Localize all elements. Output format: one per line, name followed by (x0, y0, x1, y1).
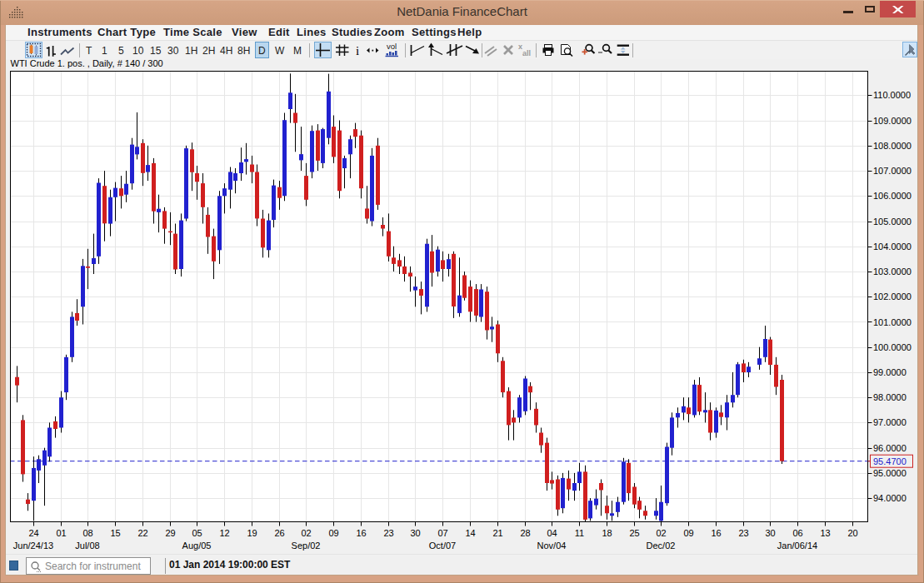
svg-text:12: 12 (219, 528, 229, 538)
svg-text:14: 14 (465, 528, 475, 538)
svg-text:Oct/07: Oct/07 (429, 541, 456, 551)
svg-text:1: 1 (102, 45, 107, 57)
svg-text:i: i (356, 44, 359, 57)
svg-text:1H: 1H (185, 45, 197, 57)
svg-text:94.0000: 94.0000 (873, 493, 907, 503)
svg-text:104.0000: 104.0000 (873, 242, 912, 252)
svg-text:97.0000: 97.0000 (873, 417, 907, 427)
svg-text:100.0000: 100.0000 (873, 342, 912, 352)
svg-text:23: 23 (383, 528, 393, 538)
svg-text:16: 16 (356, 528, 366, 538)
svg-text:Jan/06/14: Jan/06/14 (777, 541, 817, 551)
svg-text:2H: 2H (202, 45, 215, 57)
svg-text:105.0000: 105.0000 (873, 217, 912, 227)
svg-text:09: 09 (683, 528, 693, 538)
svg-text:5: 5 (118, 45, 124, 57)
svg-text:95.4700: 95.4700 (873, 456, 907, 466)
svg-text:8H: 8H (237, 45, 250, 57)
svg-text:96.0000: 96.0000 (873, 443, 907, 453)
svg-text:02: 02 (301, 528, 311, 538)
svg-text:Jun/24/13: Jun/24/13 (13, 541, 53, 551)
svg-text:W: W (275, 45, 285, 57)
svg-text:Nov/04: Nov/04 (537, 541, 567, 551)
svg-text:01: 01 (56, 528, 66, 538)
svg-text:13: 13 (820, 528, 830, 538)
svg-text:11: 11 (575, 528, 584, 538)
svg-text:07: 07 (437, 528, 447, 538)
svg-text:24: 24 (28, 528, 38, 538)
svg-text:16: 16 (711, 528, 721, 538)
svg-text:D: D (258, 45, 266, 57)
svg-text:02: 02 (656, 528, 666, 538)
svg-text:Sep/02: Sep/02 (292, 541, 321, 551)
svg-text:30: 30 (167, 45, 179, 57)
svg-text:Jul/08: Jul/08 (75, 541, 99, 551)
svg-text:108.0000: 108.0000 (873, 141, 912, 151)
svg-text:102.0000: 102.0000 (873, 292, 912, 301)
svg-text:106.0000: 106.0000 (873, 191, 912, 201)
svg-text:98.0000: 98.0000 (873, 392, 907, 402)
svg-text:29: 29 (165, 528, 175, 538)
svg-text:30: 30 (765, 528, 775, 538)
svg-text:Aug/05: Aug/05 (182, 541, 212, 551)
svg-text:4H: 4H (220, 45, 232, 57)
svg-text:08: 08 (82, 528, 92, 538)
svg-text:19: 19 (247, 528, 257, 538)
svg-text:vol: vol (387, 42, 397, 51)
svg-text:99.0000: 99.0000 (873, 367, 907, 377)
svg-text:15: 15 (110, 528, 120, 538)
svg-text:18: 18 (602, 528, 612, 538)
svg-text:Dec/02: Dec/02 (647, 541, 676, 551)
svg-text:20: 20 (847, 528, 857, 538)
svg-text:10: 10 (132, 45, 144, 57)
svg-text:05: 05 (192, 528, 202, 538)
svg-text:28: 28 (520, 528, 530, 538)
svg-text:M: M (293, 45, 302, 57)
svg-text:21: 21 (492, 528, 502, 538)
svg-text:09: 09 (328, 528, 338, 538)
svg-text:15: 15 (150, 45, 162, 57)
svg-text:all: all (522, 49, 531, 57)
svg-text:109.0000: 109.0000 (873, 116, 912, 126)
svg-text:95.0000: 95.0000 (873, 468, 907, 478)
svg-text:110.0000: 110.0000 (873, 90, 911, 100)
svg-text:103.0000: 103.0000 (873, 267, 912, 277)
svg-text:101.0000: 101.0000 (873, 317, 912, 327)
svg-text:25: 25 (629, 528, 639, 538)
svg-text:23: 23 (738, 528, 748, 538)
svg-text:04: 04 (547, 528, 557, 538)
svg-text:06: 06 (792, 528, 802, 538)
svg-text:26: 26 (274, 528, 284, 538)
svg-text:107.0000: 107.0000 (873, 166, 912, 176)
svg-text:T: T (86, 45, 92, 57)
svg-text:30: 30 (410, 528, 420, 538)
svg-text:22: 22 (137, 528, 147, 538)
